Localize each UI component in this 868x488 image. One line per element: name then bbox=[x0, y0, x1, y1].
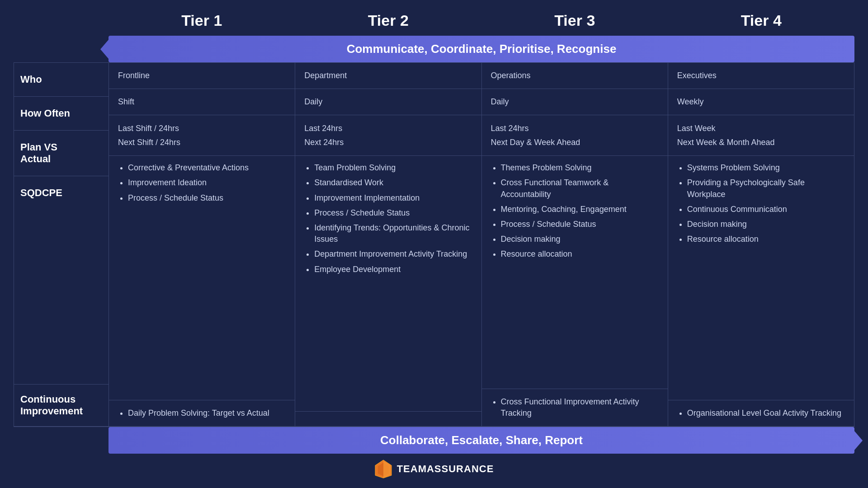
list-item: Improvement Implementation bbox=[314, 192, 472, 204]
tier4-plan-last: Last Week bbox=[677, 122, 845, 136]
list-item: Decision making bbox=[687, 219, 845, 230]
tier2-header: Tier 2 bbox=[295, 9, 482, 32]
list-item: Systems Problem Solving bbox=[687, 162, 845, 174]
list-item: Identifying Trends: Opportunities & Chro… bbox=[314, 222, 472, 245]
tier2-sqdcpe: Team Problem Solving Standardised Work I… bbox=[295, 156, 481, 412]
tier1-continuous: Daily Problem Solving: Target vs Actual bbox=[109, 400, 295, 427]
label-continuous: ContinuousImprovement bbox=[14, 385, 108, 427]
tier3-how-often: Daily bbox=[482, 89, 668, 115]
tier-header-row: Tier 1 Tier 2 Tier 3 Tier 4 bbox=[14, 9, 854, 32]
tier1-plan-next: Next Shift / 24hrs bbox=[118, 136, 286, 150]
list-item: Improvement Ideation bbox=[128, 177, 286, 188]
label-how-often: How Often bbox=[14, 97, 108, 131]
tier3-sqdcpe: Themes Problem Solving Cross Functional … bbox=[482, 156, 668, 389]
list-item: Themes Problem Solving bbox=[501, 162, 659, 174]
logo-text: TEAMASSURANCE bbox=[397, 463, 494, 475]
list-item: Process / Schedule Status bbox=[501, 219, 659, 230]
tier1-continuous-list: Daily Problem Solving: Target vs Actual bbox=[118, 408, 286, 419]
banner-arrow-right bbox=[852, 428, 863, 453]
tier2-plan-next: Next 24hrs bbox=[304, 136, 472, 150]
communicate-banner: Communicate, Coordinate, Prioritise, Rec… bbox=[108, 36, 854, 62]
list-item: Providing a Psychologically Safe Workpla… bbox=[687, 177, 845, 200]
tier3-plan: Last 24hrs Next Day & Week Ahead bbox=[482, 115, 668, 156]
main-content: Who How Often Plan VSActual SQDCPE Conti… bbox=[14, 62, 854, 427]
communicate-text: Communicate, Coordinate, Prioritise, Rec… bbox=[118, 42, 845, 56]
list-item: Organisational Level Goal Activity Track… bbox=[687, 408, 845, 419]
list-item: Resource allocation bbox=[501, 249, 659, 260]
tier2-continuous bbox=[295, 412, 481, 427]
tier4-sqdcpe: Systems Problem Solving Providing a Psyc… bbox=[668, 156, 854, 400]
tier2-col: Department Daily Last 24hrs Next 24hrs T… bbox=[295, 63, 481, 427]
tier1-plan: Last Shift / 24hrs Next Shift / 24hrs bbox=[109, 115, 295, 156]
tier1-header: Tier 1 bbox=[108, 9, 295, 32]
tier1-how-often: Shift bbox=[109, 89, 295, 115]
tier4-plan-next: Next Week & Month Ahead bbox=[677, 136, 845, 150]
list-item: Corrective & Preventative Actions bbox=[128, 162, 286, 174]
tier-spacer bbox=[14, 9, 108, 32]
collaborate-banner: Collaborate, Escalate, Share, Report bbox=[108, 427, 854, 454]
list-item: Employee Development bbox=[314, 264, 472, 275]
list-item: Mentoring, Coaching, Engagement bbox=[501, 204, 659, 215]
tier1-col: Frontline Shift Last Shift / 24hrs Next … bbox=[109, 63, 295, 427]
tier1-sqdcpe-list: Corrective & Preventative Actions Improv… bbox=[118, 162, 286, 204]
tier2-how-often: Daily bbox=[295, 89, 481, 115]
banner-arrow-left bbox=[100, 37, 111, 62]
tier1-sqdcpe: Corrective & Preventative Actions Improv… bbox=[109, 156, 295, 400]
tier4-col: Executives Weekly Last Week Next Week & … bbox=[668, 63, 854, 427]
footer-logo: TEAMASSURANCE bbox=[374, 459, 494, 479]
logo-assurance: ASSURANCE bbox=[427, 463, 494, 474]
tiers-grid: Frontline Shift Last Shift / 24hrs Next … bbox=[108, 62, 854, 427]
tier2-sqdcpe-list: Team Problem Solving Standardised Work I… bbox=[304, 162, 472, 275]
list-item: Continuous Communication bbox=[687, 204, 845, 215]
label-plan-vs: Plan VSActual bbox=[14, 131, 108, 176]
tier3-plan-last: Last 24hrs bbox=[491, 122, 659, 136]
row-labels: Who How Often Plan VSActual SQDCPE Conti… bbox=[14, 62, 108, 427]
tier4-who: Executives bbox=[668, 63, 854, 89]
tier4-plan: Last Week Next Week & Month Ahead bbox=[668, 115, 854, 156]
tier3-continuous: Cross Functional Improvement Activity Tr… bbox=[482, 389, 668, 427]
logo-team: TEAM bbox=[397, 463, 427, 474]
list-item: Resource allocation bbox=[687, 234, 845, 245]
tier4-sqdcpe-list: Systems Problem Solving Providing a Psyc… bbox=[677, 162, 845, 245]
list-item: Standardised Work bbox=[314, 177, 472, 188]
list-item: Cross Functional Improvement Activity Tr… bbox=[501, 396, 659, 419]
tier4-continuous: Organisational Level Goal Activity Track… bbox=[668, 400, 854, 427]
tier3-header: Tier 3 bbox=[481, 9, 668, 32]
tier3-continuous-list: Cross Functional Improvement Activity Tr… bbox=[491, 396, 659, 419]
collaborate-text: Collaborate, Escalate, Share, Report bbox=[118, 433, 845, 447]
tier3-col: Operations Daily Last 24hrs Next Day & W… bbox=[482, 63, 668, 427]
tier2-plan-last: Last 24hrs bbox=[304, 122, 472, 136]
list-item: Decision making bbox=[501, 234, 659, 245]
tier3-who: Operations bbox=[482, 63, 668, 89]
tier3-sqdcpe-list: Themes Problem Solving Cross Functional … bbox=[491, 162, 659, 260]
label-who: Who bbox=[14, 63, 108, 97]
list-item: Department Improvement Activity Tracking bbox=[314, 249, 472, 260]
label-sqdcpe: SQDCPE bbox=[14, 176, 108, 385]
list-item: Team Problem Solving bbox=[314, 162, 472, 174]
list-item: Daily Problem Solving: Target vs Actual bbox=[128, 408, 286, 419]
list-item: Process / Schedule Status bbox=[128, 192, 286, 204]
tier4-continuous-list: Organisational Level Goal Activity Track… bbox=[677, 408, 845, 419]
tier2-who: Department bbox=[295, 63, 481, 89]
tier1-plan-last: Last Shift / 24hrs bbox=[118, 122, 286, 136]
tier4-how-often: Weekly bbox=[668, 89, 854, 115]
tier3-plan-next: Next Day & Week Ahead bbox=[491, 136, 659, 150]
list-item: Process / Schedule Status bbox=[314, 207, 472, 219]
tier4-header: Tier 4 bbox=[668, 9, 855, 32]
tier-headers: Tier 1 Tier 2 Tier 3 Tier 4 bbox=[108, 9, 854, 32]
teamassurance-logo-icon bbox=[374, 459, 392, 479]
tier2-plan: Last 24hrs Next 24hrs bbox=[295, 115, 481, 156]
list-item: Cross Functional Teamwork & Accountabili… bbox=[501, 177, 659, 200]
tier1-who: Frontline bbox=[109, 63, 295, 89]
